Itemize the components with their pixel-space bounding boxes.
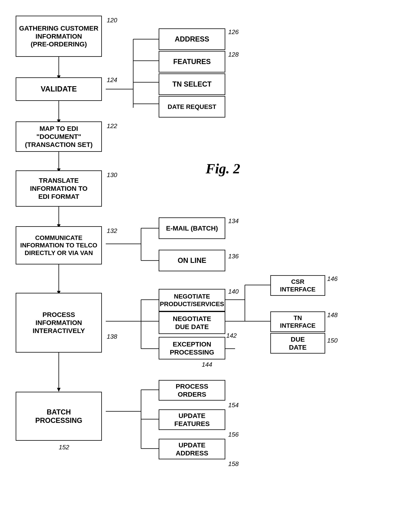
label-130: 130 xyxy=(107,171,117,179)
address-box: ADDRESS xyxy=(159,29,225,50)
label-152: 152 xyxy=(59,444,69,451)
validate-box: VALIDATE xyxy=(16,77,102,101)
translate-box: TRANSLATEINFORMATION TOEDI FORMAT xyxy=(16,170,102,207)
process-interactive-box: PROCESSINFORMATIONINTERACTIVELY xyxy=(16,293,102,353)
label-150: 150 xyxy=(327,337,338,344)
features-box: FEATURES xyxy=(159,51,225,73)
negotiate-due-box: NEGOTIATEDUE DATE xyxy=(159,311,225,334)
on-line-box: ON LINE xyxy=(159,250,225,271)
label-156: 156 xyxy=(228,431,239,438)
diagram-container: GATHERING CUSTOMERINFORMATION(PRE-ORDERI… xyxy=(0,0,420,532)
label-158: 158 xyxy=(228,460,239,468)
label-132: 132 xyxy=(107,227,117,235)
label-142: 142 xyxy=(226,332,237,339)
label-144: 144 xyxy=(202,361,212,368)
label-122: 122 xyxy=(107,122,117,130)
label-140: 140 xyxy=(228,288,239,295)
update-address-box: UPDATEADDRESS xyxy=(159,439,225,459)
label-128: 128 xyxy=(228,51,239,58)
label-136: 136 xyxy=(228,253,239,260)
date-request-box: DATE REQUEST xyxy=(159,96,225,118)
label-120: 120 xyxy=(107,17,117,24)
process-orders-box: PROCESSORDERS xyxy=(159,380,225,400)
svg-marker-11 xyxy=(57,388,60,392)
exception-box: EXCEPTIONPROCESSING xyxy=(159,337,225,359)
due-date-box: DUEDATE xyxy=(270,333,325,354)
negotiate-product-box: NEGOTIATEPRODUCT/SERVICES xyxy=(159,289,225,311)
update-features-box: UPDATEFEATURES xyxy=(159,409,225,430)
csr-interface-box: CSRINTERFACE xyxy=(270,275,325,296)
map-edi-box: MAP TO EDI"DOCUMENT"(TRANSACTION SET) xyxy=(16,121,102,152)
label-148: 148 xyxy=(327,311,338,319)
gather-box: GATHERING CUSTOMERINFORMATION(PRE-ORDERI… xyxy=(16,16,102,57)
fig-label: Fig. 2 xyxy=(206,161,240,177)
tn-interface-box: TNINTERFACE xyxy=(270,311,325,332)
tn-select-box: TN SELECT xyxy=(159,74,225,95)
email-batch-box: E-MAIL (BATCH) xyxy=(159,217,225,239)
label-138: 138 xyxy=(107,333,117,340)
label-126: 126 xyxy=(228,29,239,36)
label-124: 124 xyxy=(107,76,117,84)
label-146: 146 xyxy=(327,275,338,282)
communicate-box: COMMUNICATEINFORMATION TO TELCODIRECTLY … xyxy=(16,226,102,265)
label-134: 134 xyxy=(228,217,239,225)
label-154: 154 xyxy=(228,401,239,409)
batch-box: BATCHPROCESSING xyxy=(16,392,102,441)
